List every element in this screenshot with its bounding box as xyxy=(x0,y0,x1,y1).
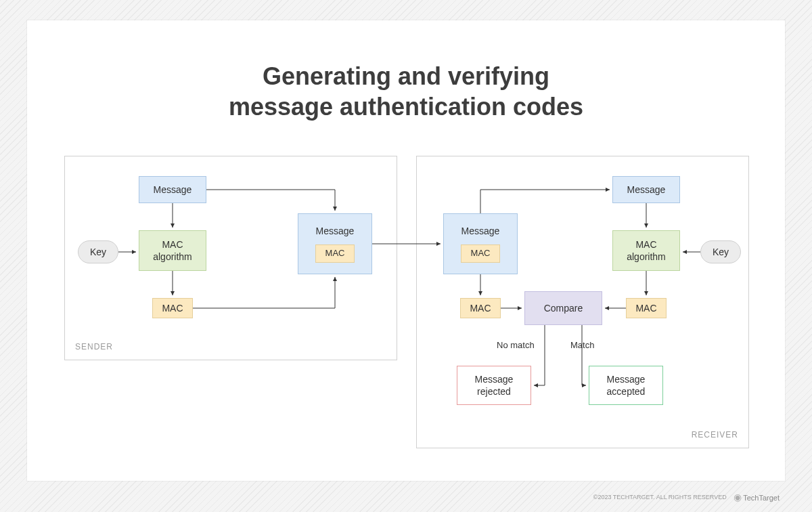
brand-name: TechTarget xyxy=(743,494,780,502)
node-label: Message accepted xyxy=(607,373,646,398)
receiver-mac-right: MAC xyxy=(626,298,667,318)
receiver-label: RECEIVER xyxy=(692,430,738,440)
title-line-1: Generating and verifying xyxy=(263,62,549,90)
node-label: Compare xyxy=(544,302,583,314)
node-label: Key xyxy=(90,246,106,258)
sender-mac: MAC xyxy=(152,298,193,318)
node-label: Message xyxy=(154,184,192,196)
node-label: MAC xyxy=(635,302,656,314)
envelope-mac-label: MAC xyxy=(461,244,501,263)
diagram-title: Generating and verifying message authent… xyxy=(27,61,785,122)
no-match-label: No match xyxy=(497,340,535,350)
node-label: MAC algorithm xyxy=(153,238,192,263)
sender-label: SENDER xyxy=(75,342,113,351)
envelope-message-label: Message xyxy=(316,225,355,237)
sender-envelope: Message MAC xyxy=(298,213,372,274)
receiver-key: Key xyxy=(700,240,741,263)
sender-message: Message xyxy=(139,176,206,203)
compare-node: Compare xyxy=(524,291,602,325)
node-label: Key xyxy=(713,246,729,258)
diagram-card: Generating and verifying message authent… xyxy=(27,20,785,481)
receiver-message: Message xyxy=(612,176,680,203)
copyright: ©2023 TECHTARGET. ALL RIGHTS RESERVED xyxy=(593,494,727,500)
node-label: Message xyxy=(627,184,666,196)
footer: ©2023 TECHTARGET. ALL RIGHTS RESERVED ◉ … xyxy=(593,492,780,503)
node-label: MAC xyxy=(470,302,491,314)
match-label: Match xyxy=(570,340,594,350)
title-line-2: message authentication codes xyxy=(229,93,583,121)
node-label: MAC xyxy=(162,302,183,314)
envelope-message-label: Message xyxy=(461,225,500,237)
receiver-mac-left: MAC xyxy=(460,298,501,318)
node-label: Message rejected xyxy=(475,373,514,398)
sender-key: Key xyxy=(78,240,118,263)
receiver-mac-algorithm: MAC algorithm xyxy=(612,230,680,271)
message-rejected: Message rejected xyxy=(457,366,531,405)
envelope-mac-label: MAC xyxy=(315,244,355,263)
sender-mac-algorithm: MAC algorithm xyxy=(139,230,206,271)
message-accepted: Message accepted xyxy=(589,366,663,405)
eye-icon: ◉ xyxy=(734,492,742,503)
brand-logo: ◉ TechTarget xyxy=(734,492,780,503)
node-label: MAC algorithm xyxy=(627,238,666,263)
receiver-envelope: Message MAC xyxy=(443,213,518,274)
